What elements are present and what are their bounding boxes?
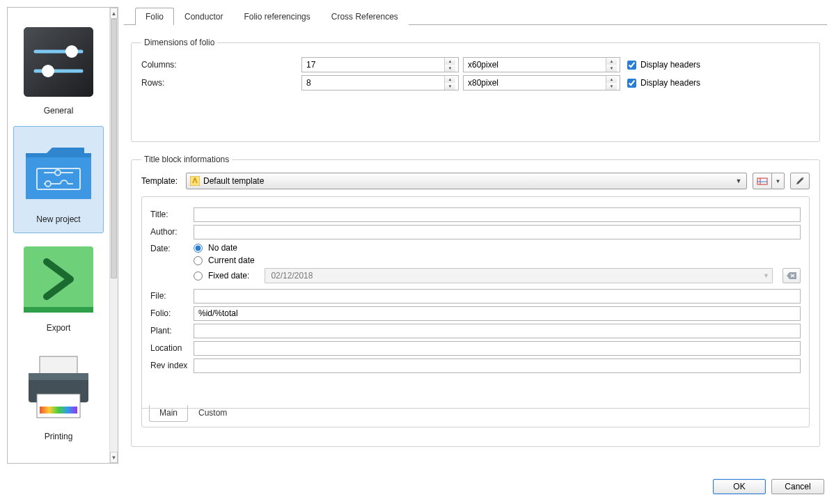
columns-input[interactable] [302,58,444,72]
plant-label: Plant: [150,326,194,336]
svg-point-25 [803,178,804,179]
svg-rect-19 [37,394,80,418]
template-value: Default template [203,176,734,186]
fixed-date-input[interactable]: 02/12/2018 ▼ [265,268,773,283]
scroll-thumb[interactable] [111,19,117,278]
radio-input[interactable] [194,244,203,253]
rows-display-headers-checkbox[interactable]: Display headers [627,78,700,88]
chevron-down-icon: ▼ [763,272,769,279]
template-label: Template: [141,176,180,186]
titleblock-legend: Title block informations [141,155,232,164]
titleblock-form: Title: Author: Date: No date [141,196,810,427]
titleblock-edit-button[interactable] [790,173,810,189]
spin-up-icon[interactable]: ▲ [606,58,617,65]
checkbox-label: Display headers [640,78,700,88]
spin-down-icon[interactable]: ▼ [606,83,617,90]
bottom-tab-custom[interactable]: Custom [188,405,237,422]
checkbox-input[interactable] [627,61,636,70]
fixed-date-value: 02/12/2018 [271,271,313,281]
sidebar-item-general[interactable]: General [13,17,104,125]
columns-pixel-spinner[interactable]: ▲▼ [463,57,620,72]
sidebar-item-label: New project [36,214,80,224]
tab-folio[interactable]: Folio [135,8,174,25]
spin-down-icon[interactable]: ▼ [445,83,455,90]
date-label: Date: [150,242,194,253]
svg-rect-14 [24,246,93,313]
titleblock-apply-button[interactable] [753,173,772,189]
spin-down-icon[interactable]: ▼ [606,65,617,72]
plant-input[interactable] [194,324,801,338]
tab-conductor[interactable]: Conductor [174,8,233,25]
tab-folio-referencings[interactable]: Folio referencings [233,8,320,25]
rows-label: Rows: [141,78,301,88]
title-label: Title: [150,210,194,219]
content-panel: Folio Conductor Folio referencings Cross… [124,7,827,464]
title-input[interactable] [194,207,801,222]
folio-label: Folio: [150,308,194,318]
dimensions-group: Dimensions of folio Columns: ▲▼ ▲▼ Displ… [131,38,820,142]
rows-spinner[interactable]: ▲▼ [301,75,459,90]
scroll-up-icon[interactable]: ▲ [110,8,118,19]
checkbox-input[interactable] [627,79,636,88]
ok-button[interactable]: OK [713,479,766,494]
file-input[interactable] [194,289,801,304]
chevron-down-icon: ▼ [734,178,743,184]
sidebar-item-label: Export [47,323,71,333]
printer-icon [20,349,97,426]
sidebar-item-printing[interactable]: Printing [13,343,104,450]
radio-input[interactable] [194,256,203,265]
folder-schematic-icon [20,132,97,209]
spin-up-icon[interactable]: ▲ [606,76,617,83]
revindex-label: Rev index [150,361,194,370]
scroll-down-icon[interactable]: ▼ [110,452,118,463]
svg-rect-20 [40,407,77,414]
dimensions-legend: Dimensions of folio [141,38,217,47]
location-label: Location [150,343,194,353]
date-radio-fixed-date[interactable]: Fixed date: [194,271,249,281]
revindex-input[interactable] [194,359,801,373]
author-input[interactable] [194,225,801,239]
radio-input[interactable] [194,271,203,281]
radio-label: Current date [208,255,255,265]
sidebar: General New project Export Printi [7,7,118,464]
top-tabs: Folio Conductor Folio referencings Cross… [124,7,827,24]
export-arrow-icon [20,241,97,317]
svg-point-3 [65,45,78,58]
svg-rect-18 [29,373,88,380]
spin-up-icon[interactable]: ▲ [445,58,455,65]
titleblock-group: Title block informations Template: Defau… [131,155,820,447]
cancel-button[interactable]: Cancel [771,479,824,494]
svg-rect-15 [24,307,93,313]
svg-point-5 [42,65,54,77]
titleblock-apply-dropdown[interactable]: ▼ [772,173,785,189]
clear-date-button[interactable] [782,268,801,283]
svg-rect-16 [40,356,77,375]
titleblock-bottom-tabs: Main Custom [149,406,237,423]
file-label: File: [150,291,194,301]
columns-pixel-input[interactable] [464,58,606,72]
checkbox-label: Display headers [640,60,700,70]
columns-spinner[interactable]: ▲▼ [301,57,459,72]
tab-cross-references[interactable]: Cross References [321,8,409,25]
svg-rect-1 [24,27,93,97]
radio-label: Fixed date: [208,271,249,281]
rows-pixel-input[interactable] [464,76,606,90]
columns-display-headers-checkbox[interactable]: Display headers [627,60,700,70]
location-input[interactable] [194,341,801,356]
chevron-down-icon: ▼ [776,178,781,184]
rows-pixel-spinner[interactable]: ▲▼ [463,75,620,90]
date-radio-no-date[interactable]: No date [194,243,801,253]
sidebar-item-export[interactable]: Export [13,235,104,342]
template-combobox[interactable]: Default template ▼ [186,173,747,189]
sidebar-list: General New project Export Printi [8,8,109,463]
sidebar-scrollbar[interactable]: ▲ ▼ [109,8,118,463]
bottom-tab-main[interactable]: Main [149,405,188,422]
rows-input[interactable] [302,76,444,90]
spin-up-icon[interactable]: ▲ [445,76,455,83]
folio-input[interactable] [194,306,801,321]
radio-label: No date [208,243,237,253]
date-radio-current-date[interactable]: Current date [194,255,801,265]
author-label: Author: [150,227,194,237]
spin-down-icon[interactable]: ▼ [445,65,455,72]
sidebar-item-new-project[interactable]: New project [13,126,104,233]
